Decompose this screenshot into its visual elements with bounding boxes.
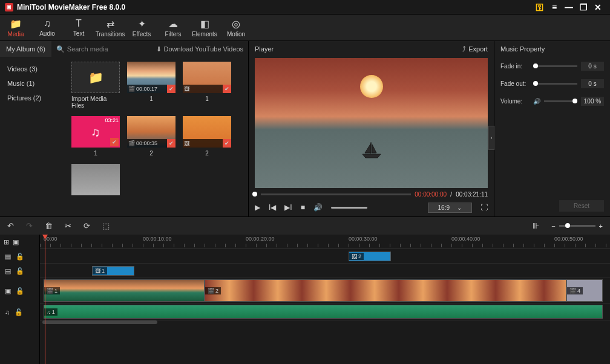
progress-bar[interactable]: 00:00:00:00 / 00:03:21:11	[249, 189, 494, 199]
check-icon: ✔	[223, 139, 231, 148]
video-track[interactable]: 🎬1 🎬2 🎬4	[40, 278, 610, 304]
volume-prop-slider[interactable]	[544, 100, 577, 102]
check-icon: ✔	[167, 139, 175, 148]
album-tab[interactable]: My Album (6)	[0, 41, 51, 57]
aspect-ratio-select[interactable]: 16:9⌄	[428, 203, 472, 213]
media-thumb[interactable]: 🎬00:00:35✔ 2	[127, 116, 175, 157]
effects-icon: ✦	[138, 18, 146, 30]
maximize-button[interactable]: ❐	[576, 2, 591, 12]
lock-icon[interactable]: 🔓	[16, 287, 24, 295]
overlay-clip[interactable]: 🖼2	[349, 252, 391, 261]
undo-button[interactable]: ↶	[7, 221, 14, 230]
menu-icon[interactable]: ≡	[547, 2, 562, 12]
video-preview[interactable]	[255, 58, 488, 188]
export-button[interactable]: ⤴Export	[462, 45, 488, 53]
horizontal-scrollbar[interactable]	[40, 320, 610, 325]
volume-value: 100 %	[581, 97, 604, 106]
next-button[interactable]: ▶I	[284, 203, 292, 212]
volume-icon[interactable]: 🔊	[313, 203, 323, 212]
overlay-clip[interactable]: 🖼1	[92, 266, 134, 276]
volume-slider[interactable]	[331, 207, 367, 209]
crop-button[interactable]: ⬚	[102, 221, 110, 230]
media-categories: Videos (3) Music (1) Pictures (2)	[0, 57, 67, 216]
overlay-track-1[interactable]: 🖼1	[40, 264, 610, 278]
player-title: Player	[255, 45, 274, 53]
download-youtube[interactable]: ⬇Download YouTube Videos	[123, 45, 248, 53]
lock-icon[interactable]: 🔓	[16, 267, 24, 275]
prev-button[interactable]: I◀	[269, 203, 276, 212]
ribbon-text[interactable]: TText	[63, 15, 94, 41]
delete-button[interactable]: 🗑	[45, 221, 53, 230]
music-note-icon: ♫	[91, 125, 100, 139]
video-clip[interactable]: 🎬4	[566, 279, 603, 302]
playhead[interactable]	[45, 235, 45, 364]
ribbon-filters[interactable]: ☁Filters	[157, 15, 189, 41]
cut-button[interactable]: ✂	[65, 221, 71, 230]
media-thumb[interactable]: 🖼✔ 2	[183, 116, 231, 157]
panel-collapse-button[interactable]: ›	[488, 126, 494, 150]
title-bar: ▣ MiniTool MovieMaker Free 8.0.0 ⚿ ≡ — ❐…	[0, 0, 610, 15]
media-panel: My Album (6) 🔍Search media ⬇Download You…	[0, 41, 248, 216]
folder-icon: 📁	[10, 18, 22, 30]
ribbon-audio[interactable]: ♫Audio	[31, 15, 63, 41]
time-ruler[interactable]: 00:00 00:00:10:00 00:00:20:00 00:00:30:0…	[40, 235, 610, 249]
overlay-track-2[interactable]: 🖼2	[40, 249, 610, 264]
image-icon: 🖼	[352, 253, 357, 259]
track-icon[interactable]: ▤	[5, 253, 11, 261]
minimize-button[interactable]: —	[562, 2, 576, 12]
track-headers: ⊞▣ ▤🔓 ▤🔓 ▣🔓 ♫🔓	[0, 235, 40, 364]
stop-button[interactable]: ■	[301, 203, 305, 212]
video-icon: 🎬	[47, 288, 53, 294]
check-icon: ✔	[167, 85, 175, 93]
speed-button[interactable]: ⟳	[84, 221, 90, 230]
music-icon: ♫	[44, 18, 51, 29]
import-media-button[interactable]: 📁 Import Media Files	[71, 62, 120, 109]
zoom-out-button[interactable]: −	[551, 223, 555, 230]
zoom-in-button[interactable]: +	[599, 223, 603, 230]
add-track-icon[interactable]: ⊞	[4, 238, 9, 246]
music-icon: ♫	[47, 309, 51, 315]
search-media[interactable]: 🔍Search media	[51, 45, 123, 53]
reset-button[interactable]: Reset	[559, 200, 604, 212]
media-thumb[interactable]: 🎬00:00:17✔ 1	[127, 62, 175, 109]
media-thumb[interactable]: 🖼✔ 1	[183, 62, 231, 109]
play-button[interactable]: ▶	[255, 203, 260, 212]
app-logo-icon: ▣	[5, 3, 13, 11]
ribbon-motion[interactable]: ◎Motion	[220, 15, 252, 41]
video-clip[interactable]: 🎬1	[44, 279, 205, 302]
redo-button[interactable]: ↷	[26, 221, 33, 230]
media-thumb[interactable]	[71, 164, 120, 195]
timeline: ⊞▣ ▤🔓 ▤🔓 ▣🔓 ♫🔓 00:00 00:00:10:00 00:00:2…	[0, 235, 610, 364]
app-title: MiniTool MovieMaker Free 8.0.0	[17, 3, 125, 11]
fit-button[interactable]: ⊪	[533, 221, 539, 230]
zoom-slider[interactable]	[559, 225, 595, 227]
ribbon-elements[interactable]: ◧Elements	[189, 15, 220, 41]
cat-pictures[interactable]: Pictures (2)	[0, 91, 67, 105]
fadein-label: Fade in:	[500, 63, 530, 70]
fadeout-slider[interactable]	[533, 83, 577, 85]
cat-music[interactable]: Music (1)	[0, 76, 67, 91]
chevron-down-icon: ⌄	[457, 204, 462, 211]
media-thumb-audio[interactable]: ♫ 03:21 ✔ 1	[71, 116, 120, 157]
upgrade-key-icon[interactable]: ⚿	[533, 2, 547, 12]
cat-videos[interactable]: Videos (3)	[0, 62, 67, 76]
audio-clip[interactable]: ♫1	[44, 305, 603, 319]
video-clip[interactable]: 🎬2	[205, 279, 566, 302]
fullscreen-button[interactable]: ⛶	[480, 203, 488, 212]
image-icon: 🖼	[184, 86, 189, 92]
timeline-toolbar: ↶ ↷ 🗑 ✂ ⟳ ⬚ ⊪ − +	[0, 216, 610, 235]
ribbon-effects[interactable]: ✦Effects	[126, 15, 157, 41]
boat-graphic	[359, 141, 384, 159]
fadein-slider[interactable]	[533, 65, 577, 67]
layers-icon[interactable]: ▣	[13, 238, 19, 246]
close-button[interactable]: ✕	[591, 2, 605, 12]
lock-icon[interactable]: 🔓	[16, 253, 24, 261]
video-track-icon[interactable]: ▣	[5, 287, 11, 295]
audio-track-icon[interactable]: ♫	[5, 308, 10, 316]
audio-track[interactable]: ♫1	[40, 304, 610, 320]
ribbon-transitions[interactable]: ⇄Transitions	[94, 15, 126, 41]
lock-icon[interactable]: 🔓	[15, 308, 23, 316]
fadeout-label: Fade out:	[500, 80, 530, 87]
ribbon-media[interactable]: 📁Media	[0, 15, 31, 41]
track-icon[interactable]: ▤	[5, 267, 11, 275]
